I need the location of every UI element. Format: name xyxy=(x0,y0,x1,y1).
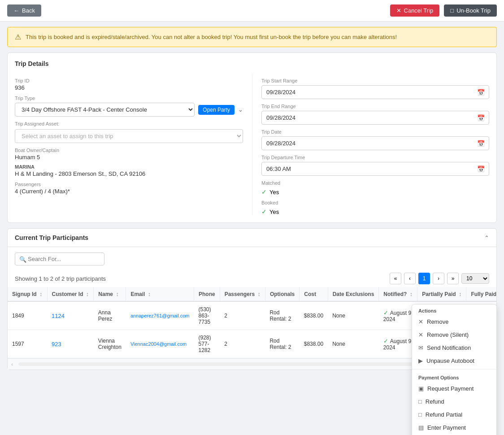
search-input[interactable] xyxy=(15,252,104,265)
departure-input[interactable] xyxy=(261,162,489,176)
cell-date-exclusions: None xyxy=(328,330,379,358)
first-page-button[interactable]: « xyxy=(390,273,401,284)
search-wrapper: 🔍 xyxy=(15,252,104,265)
dropdown-remove-silent[interactable]: ✕ Remove (Silent) xyxy=(412,328,496,341)
refund-icon: □ xyxy=(418,398,422,405)
back-button[interactable]: ← Back xyxy=(7,4,41,17)
participants-title: Current Trip Participants xyxy=(15,234,88,241)
trip-type-select[interactable]: 3/4 Day Offshore FAST 4-Pack - Center Co… xyxy=(15,103,195,117)
remove-label: Remove xyxy=(427,318,448,325)
chevron-down-icon: ⌄ xyxy=(238,106,243,113)
trip-end-wrapper: 📅 xyxy=(261,111,489,125)
remove-silent-label: Remove (Silent) xyxy=(427,331,469,338)
actions-dropdown-header: Actions xyxy=(412,304,496,315)
cell-email: Viennac2004@gmail.com xyxy=(126,330,194,358)
participants-header: Current Trip Participants ⌃ xyxy=(8,229,496,247)
booked-check-icon: ✓ xyxy=(261,208,267,215)
unbook-trip-button[interactable]: □ Un-Book Trip xyxy=(444,4,497,17)
dropdown-refund-partial[interactable]: □ Refund Partial xyxy=(412,408,496,421)
cell-phone: (928) 577-1282 xyxy=(194,330,220,358)
cell-passengers: 2 xyxy=(220,330,265,358)
back-label: Back xyxy=(22,7,35,14)
trip-start-input[interactable] xyxy=(261,85,489,99)
showing-text: Showing 1 to 2 of 2 trip participants xyxy=(15,275,106,282)
col-phone: Phone xyxy=(194,287,220,301)
customer-link[interactable]: 1124 xyxy=(52,313,65,319)
matched-row: ✓ Yes xyxy=(261,188,489,196)
cell-cost: $838.00 xyxy=(300,330,328,358)
send-notification-label: Send Notification xyxy=(427,344,471,351)
cell-optionals: Rod Rental: 2 xyxy=(265,330,299,358)
cell-cost: $838.00 xyxy=(300,301,328,330)
dropdown-unpause-autoboot[interactable]: ▶ Unpause Autoboot xyxy=(412,354,496,367)
x-icon: ✕ xyxy=(396,7,401,14)
cancel-trip-label: Cancel Trip xyxy=(404,7,434,14)
cell-customer-id: 923 xyxy=(47,330,94,358)
prev-page-button[interactable]: ‹ xyxy=(404,273,416,284)
top-bar: ← Back ✕ Cancel Trip □ Un-Book Trip xyxy=(0,0,504,22)
cell-signup-id: 1849 xyxy=(8,301,47,330)
payment-options-title: Payment Options xyxy=(412,371,496,382)
booked-label: Booked xyxy=(261,200,489,205)
trip-type-row: 3/4 Day Offshore FAST 4-Pack - Center Co… xyxy=(15,103,243,117)
top-actions: ✕ Cancel Trip □ Un-Book Trip xyxy=(390,4,497,17)
refund-label: Refund xyxy=(426,398,444,405)
search-icon: 🔍 xyxy=(19,256,26,262)
asset-select[interactable]: Select an asset to assign to this trip xyxy=(15,129,243,143)
open-party-badge: Open Party xyxy=(198,105,235,115)
booked-value: Yes xyxy=(269,209,279,215)
col-passengers: Passengers ↕ xyxy=(220,287,265,301)
trip-start-wrapper: 📅 xyxy=(261,85,489,99)
alert-banner: ⚠ This trip is booked and is expired/sta… xyxy=(7,27,497,47)
dropdown-request-payment[interactable]: ▣ Request Payment xyxy=(412,382,496,395)
alert-message: This trip is booked and is expired/stale… xyxy=(26,34,397,40)
email-link-2[interactable]: Viennac2004@gmail.com xyxy=(130,341,187,347)
cell-phone: (530) 863-7735 xyxy=(194,301,220,330)
collapse-icon[interactable]: ⌃ xyxy=(484,235,489,241)
trip-date-label: Trip Date xyxy=(261,129,489,135)
cell-passengers: 2 xyxy=(220,301,265,330)
scroll-left-arrow[interactable]: ‹ xyxy=(8,361,17,367)
cell-customer-id: 1124 xyxy=(47,301,94,330)
col-optionals: Optionals xyxy=(265,287,299,301)
calendar-icon: 📅 xyxy=(477,89,485,96)
dropdown-send-notification[interactable]: ✉ Send Notification xyxy=(412,341,496,354)
per-page-select[interactable]: 10 25 50 xyxy=(461,273,489,284)
marina-value: H & M Landing - 2803 Emerson St., SD, CA… xyxy=(15,170,243,177)
col-fully-paid: Fully Paid ↕ xyxy=(466,287,496,301)
customer-link-2[interactable]: 923 xyxy=(52,341,61,348)
col-date-exclusions: Date Exclusions xyxy=(328,287,379,301)
cell-date-exclusions: None xyxy=(328,301,379,330)
passengers-value: 4 (Current) / 4 (Max)* xyxy=(15,188,243,195)
next-page-button[interactable]: › xyxy=(433,273,444,284)
booked-row: ✓ Yes xyxy=(261,208,489,215)
refund-partial-icon: □ xyxy=(418,411,422,418)
email-link[interactable]: annaperez761@gmail.com xyxy=(130,313,190,318)
page-1-button[interactable]: 1 xyxy=(418,273,430,284)
unpause-autoboot-label: Unpause Autoboot xyxy=(426,357,474,364)
col-name: Name ↕ xyxy=(94,287,126,301)
trip-id-label: Trip ID xyxy=(15,78,243,83)
last-page-button[interactable]: » xyxy=(447,273,459,284)
matched-check-icon: ✓ xyxy=(261,188,267,196)
boat-owner-label: Boat Owner/Captain xyxy=(15,148,243,153)
col-email: Email ↕ xyxy=(126,287,194,301)
refund-partial-label: Refund Partial xyxy=(426,411,462,418)
col-cost: Cost xyxy=(300,287,328,301)
departure-label: Trip Departure Time xyxy=(261,155,489,160)
trip-details-title: Trip Details xyxy=(15,60,489,67)
trip-end-label: Trip End Range xyxy=(261,104,489,109)
dropdown-refund[interactable]: □ Refund xyxy=(412,395,496,408)
dropdown-remove[interactable]: ✕ Remove xyxy=(412,315,496,328)
clock-icon: 📅 xyxy=(477,165,485,173)
trip-details-card: Trip Details Trip ID 936 Trip Type 3/4 D… xyxy=(7,52,497,223)
matched-label: Matched xyxy=(261,180,489,186)
trip-end-input[interactable] xyxy=(261,111,489,125)
boat-owner-value: Humam 5 xyxy=(15,154,243,161)
cancel-trip-button[interactable]: ✕ Cancel Trip xyxy=(390,4,440,17)
trip-id-value: 936 xyxy=(15,84,243,91)
pagination-row: Showing 1 to 2 of 2 trip participants « … xyxy=(8,270,496,287)
trip-date-input[interactable] xyxy=(261,136,489,150)
dropdown-enter-payment[interactable]: ▤ Enter Payment xyxy=(412,421,496,434)
search-bar-area: 🔍 xyxy=(8,247,496,270)
